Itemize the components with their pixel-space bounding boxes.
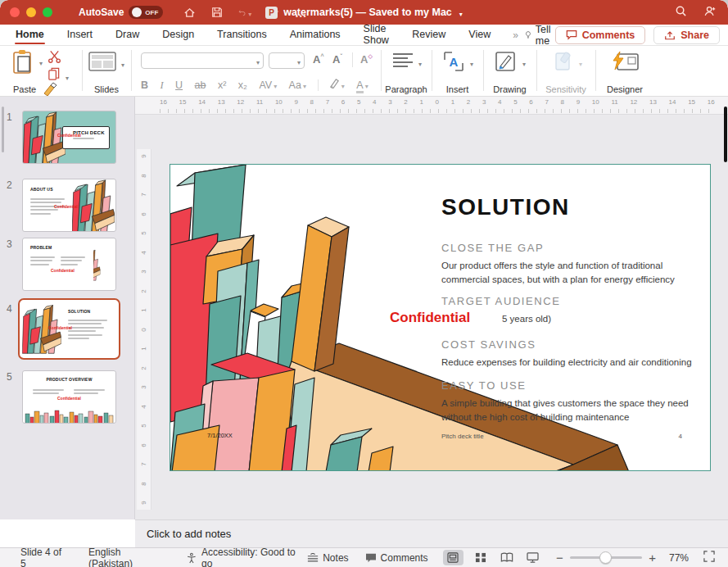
ruler-number: 8 [561,98,564,106]
font-color-button[interactable]: A [356,79,368,93]
slide-thumbnail-panel: 1 PITCH DECK Confidential 2 ABOUT US Con… [0,97,135,519]
tab-view[interactable]: View [468,25,491,44]
ruler-number: 14 [198,98,206,106]
save-icon[interactable] [210,6,224,19]
designer-label: Designer [595,84,654,94]
tab-home[interactable]: Home [15,25,45,44]
close-window-button[interactable] [10,7,20,17]
notes-pane[interactable]: Click to add notes [135,519,728,547]
document-title[interactable]: watermarks(5) — Saved to my Mac [283,7,452,18]
ruler-number: 10 [275,98,283,106]
character-spacing-button[interactable]: AV [259,79,277,91]
ruler-number: 7 [545,98,548,106]
thumbnail-slide-4-selected[interactable]: SOLUTION Confidential [18,298,120,360]
tell-me[interactable]: Tell me [525,24,555,47]
vertical-scrollbar-thumb[interactable] [724,107,727,162]
font-name-combo[interactable] [141,52,264,69]
grow-font-button[interactable]: A^ [313,53,323,66]
thumbnail-slide-2[interactable]: ABOUT US Confidential [22,179,116,232]
autosave-toggle[interactable]: OFF [129,6,163,19]
thumbnail-slide-5[interactable]: PRODUCT OVERVIEW Confidential [22,370,116,424]
share-button[interactable]: Share [653,26,720,44]
slide-number: 5 [7,371,21,383]
new-slide-button[interactable] [88,52,116,75]
slides-menu-chevron[interactable] [120,56,124,70]
fit-to-window-button[interactable] [703,551,715,565]
redo-icon[interactable] [266,6,279,19]
tab-draw[interactable]: Draw [115,25,140,44]
account-icon[interactable] [703,5,717,20]
paragraph-menu-chevron[interactable] [417,55,422,70]
comment-icon [365,553,377,563]
superscript-button[interactable]: x² [218,79,226,91]
minimize-window-button[interactable] [26,7,36,17]
slide-section[interactable]: CLOSE THE GAP Our product offers the sty… [441,242,692,286]
ruler-number: 1 [419,98,423,106]
thumbnail-slide-1[interactable]: PITCH DECK Confidential [22,111,116,164]
tabs-overflow-chevron[interactable]: » [513,29,517,41]
strikethrough-button[interactable]: ab [195,79,206,91]
font-size-combo[interactable] [269,52,305,69]
underline-button[interactable]: U [175,79,183,91]
title-menu-chevron[interactable] [458,5,463,20]
zoom-window-button[interactable] [43,7,52,17]
change-case-button[interactable]: Aa [289,79,306,91]
mini-watermark: Confidential [48,325,72,330]
cut-icon[interactable] [47,50,61,66]
zoom-out-button[interactable]: − [556,551,563,565]
comments-toggle[interactable]: Comments [365,552,428,564]
slide-section[interactable]: TARGET AUDIENCE 5 years old) [441,295,692,326]
slide-title[interactable]: SOLUTION [441,194,570,220]
notes-toggle[interactable]: Notes [307,552,348,564]
insert-text-box-button[interactable]: A [443,51,464,75]
zoom-in-button[interactable]: + [649,551,656,565]
zoom-slider-knob[interactable] [599,551,612,564]
subscript-button[interactable]: x₂ [238,79,247,91]
thumbnail-slide-3[interactable]: PROBLEM Confidential [22,238,116,291]
reading-view-button[interactable] [496,550,518,565]
drawing-button[interactable] [495,51,516,75]
clear-formatting-button[interactable]: A◇ [360,53,373,66]
slideshow-view-button[interactable] [522,550,543,565]
accessibility-checker[interactable]: Accessibility: Good to go [186,547,307,567]
undo-icon[interactable] [238,6,251,19]
slide-page-number[interactable]: 4 [679,433,682,440]
zoom-slider[interactable] [570,556,643,559]
insert-menu-chevron[interactable] [468,55,473,70]
search-icon[interactable] [675,5,687,20]
drawing-menu-chevron[interactable] [521,55,526,70]
italic-button[interactable]: I [160,79,163,92]
slide-section[interactable]: COST SAVINGS Reduce expenses for buildin… [441,338,692,370]
designer-button[interactable] [610,51,640,75]
ruler-number: 5 [357,98,360,106]
tab-transitions[interactable]: Transitions [216,25,268,44]
slide-number: 3 [7,238,21,250]
ruler-number: 5 [140,231,147,234]
paste-button[interactable] [11,49,34,79]
normal-view-button[interactable] [443,550,464,565]
ruler-number: 4 [373,98,376,106]
tab-animations[interactable]: Animations [289,25,341,44]
tab-design[interactable]: Design [161,25,195,44]
home-icon[interactable] [183,6,196,19]
tab-insert[interactable]: Insert [66,25,93,44]
thumbnail-scrollbar[interactable] [2,107,4,152]
language-indicator[interactable]: English (Pakistan) [88,547,166,567]
slide-section[interactable]: EASY TO USE A simple building that gives… [441,379,692,424]
slide-footer-title[interactable]: Pitch deck title [441,433,484,440]
copy-menu-chevron[interactable] [64,69,69,84]
slide-date[interactable]: 7/1/20XX [207,432,233,439]
zoom-percentage[interactable]: 77% [669,552,689,564]
highlight-color-button[interactable] [329,78,345,91]
more-commands-icon[interactable]: … [294,6,307,19]
comments-button[interactable]: Comments [555,26,646,44]
paste-menu-chevron[interactable] [38,54,43,69]
slide-sorter-view-button[interactable] [470,550,491,565]
ruler-number: 7 [140,193,147,196]
shrink-font-button[interactable]: Aˇ [332,53,342,66]
paragraph-label: Paragraph [381,84,432,94]
bold-button[interactable]: B [141,79,148,91]
tab-review[interactable]: Review [411,25,446,44]
confidential-watermark[interactable]: Confidential [390,310,470,326]
paragraph-button[interactable] [392,52,414,74]
